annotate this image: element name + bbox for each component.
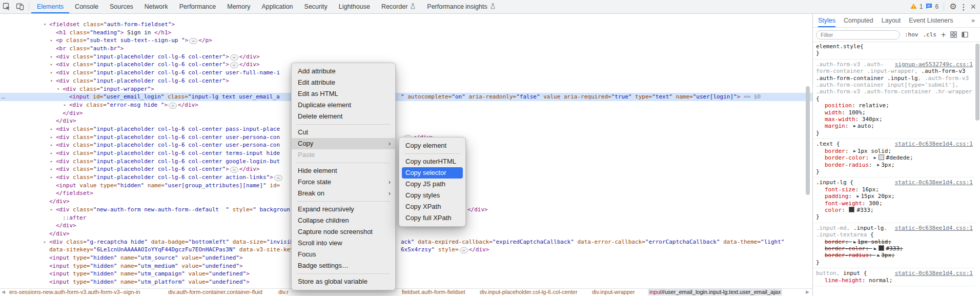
css-property[interactable]: margin: ▶auto;	[816, 123, 973, 129]
css-rule[interactable]: static-0c638ee1d4.css:1.input-lg {font-s…	[813, 177, 975, 223]
css-rule[interactable]: static-0c638ee1d4.css:1.input-md, .input…	[813, 223, 975, 268]
dom-tree-row[interactable]: </div>	[0, 230, 812, 238]
dom-tree-row[interactable]: ▸<div class="input-placeholder col-lg-6 …	[0, 61, 812, 69]
css-selector[interactable]: element.style{	[816, 43, 973, 50]
css-property[interactable]: border: ▶1px solid;	[816, 239, 973, 245]
menu-item-copy[interactable]: Copy›	[292, 138, 395, 149]
breadcrumb-item[interactable]: div.input-wrapper	[592, 289, 635, 295]
css-property[interactable]: border-color: ▶#333;	[816, 245, 973, 252]
css-property[interactable]: max-width: 340px;	[816, 116, 973, 123]
css-selector[interactable]: static-0c638ee1d4.css:1.input-lg {	[816, 179, 973, 186]
breadcrumb-item[interactable]: ers-sessions-new.auth-form-v3.auth-form-…	[9, 289, 140, 295]
expand-arrow-icon[interactable]: ▸	[64, 101, 69, 109]
dom-tree-row[interactable]: <h1 class="heading"> Sign in </h1>	[0, 29, 812, 37]
expand-arrow-icon[interactable]: ▸	[50, 61, 56, 69]
stylesheet-link[interactable]: static-0c638ee1d4.css:1	[895, 225, 973, 231]
stylesheet-link[interactable]: static-0c638ee1d4.css:1	[895, 270, 973, 277]
sidebar-tab-styles[interactable]: Styles	[818, 14, 835, 27]
menu-item-duplicate-element[interactable]: Duplicate element	[292, 100, 395, 111]
menu-item-force-state[interactable]: Force state›	[292, 176, 395, 188]
dom-tree-row[interactable]: <input type="hidden" name="utm_source" v…	[0, 254, 812, 262]
css-rule[interactable]: static-0c638ee1d4.css:1.text {border: ▶1…	[813, 139, 975, 177]
css-property[interactable]: border: ▶1px solid;	[816, 148, 973, 154]
close-devtools-icon[interactable]: ×	[970, 2, 976, 11]
css-rule[interactable]: element.style{}	[813, 42, 975, 60]
expand-arrow-icon[interactable]: ▸	[50, 173, 56, 182]
sidebar-tab-event-listeners[interactable]: Event Listeners	[909, 14, 953, 27]
dom-tree-row-selected[interactable]: …<input id="user_email_login" class="inp…	[0, 93, 812, 101]
tab-recorder[interactable]: Recorder	[376, 0, 421, 13]
css-property[interactable]: color: #333;	[816, 207, 973, 213]
menu-item-add-attribute[interactable]: Add attribute	[292, 66, 395, 77]
stylesheet-link[interactable]: signup-ae5532749c.css:1	[895, 61, 973, 68]
breadcrumb-item[interactable]: div.input-placeholder.col-lg-6.col-cente…	[480, 289, 578, 295]
tab-elements[interactable]: Elements	[31, 0, 69, 13]
dom-tree-row[interactable]: ▸<div class="input-placeholder col-lg-6 …	[0, 69, 812, 77]
menu-item-copy-full-xpath[interactable]: Copy full XPath	[399, 212, 465, 224]
dom-tree-row[interactable]: ▸<p class="sub-text sub-text--sign-up ">…	[0, 36, 812, 45]
expand-arrow-icon[interactable]: ▸	[50, 133, 56, 142]
expand-shorthand-icon[interactable]: ▶	[853, 124, 856, 128]
tab-performance-insights[interactable]: Performance insights	[421, 0, 501, 13]
breadcrumb-item[interactable]: div.r	[278, 289, 289, 295]
tab-performance[interactable]: Performance	[174, 0, 222, 13]
menu-item-edit-as-html[interactable]: Edit as HTML	[292, 88, 395, 100]
menu-item-hide-element[interactable]: Hide element	[292, 165, 395, 176]
css-property[interactable]: position: relative;	[816, 102, 973, 109]
row-options-dots-icon[interactable]: …	[2, 93, 5, 101]
css-property[interactable]: line-height: normal;	[816, 277, 973, 284]
menu-item-focus[interactable]: Focus	[292, 249, 395, 260]
more-tabs-icon[interactable]: »	[966, 14, 980, 27]
expand-arrow-icon[interactable]: ▸	[50, 157, 56, 166]
expand-arrow-icon[interactable]: ▸	[50, 53, 56, 61]
css-selector[interactable]: static-0c638ee1d4.css:1.input-md, .input…	[816, 225, 973, 239]
expand-shorthand-icon[interactable]: ▶	[874, 155, 876, 160]
expand-inline-icon[interactable]: …	[230, 54, 238, 61]
menu-item-copy-outerhtml[interactable]: Copy outerHTML	[399, 156, 465, 167]
menu-item-copy-styles[interactable]: Copy styles	[399, 190, 465, 201]
tab-lighthouse[interactable]: Lighthouse	[333, 0, 376, 13]
color-swatch[interactable]	[879, 245, 884, 251]
dom-tree-row[interactable]: </div>	[0, 109, 812, 117]
css-property[interactable]: width: 100%;	[816, 109, 973, 116]
styles-panel-scrollbar[interactable]	[975, 44, 979, 121]
tab-application[interactable]: Application	[256, 0, 298, 13]
breadcrumb-item-selected[interactable]: input#user_email_login.input-lg.text.use…	[648, 289, 782, 295]
dom-tree-row[interactable]: ▸<div class="error-msg hide ">…</div>	[0, 101, 812, 109]
expand-inline-icon[interactable]: …	[460, 247, 468, 253]
sidebar-tab-computed[interactable]: Computed	[844, 14, 873, 27]
settings-gear-icon[interactable]: ⚙	[949, 3, 956, 11]
menu-item-copy-xpath[interactable]: Copy XPath	[399, 201, 465, 212]
expand-inline-icon[interactable]: …	[189, 38, 197, 44]
color-swatch[interactable]	[879, 154, 884, 160]
toggle-class-button[interactable]: .cls	[923, 31, 937, 38]
messages-badge[interactable]: 6	[926, 3, 938, 11]
expand-arrow-icon[interactable]: ▸	[50, 36, 56, 45]
breadcrumb-item[interactable]: div.auth-form-container.container-fluid	[168, 289, 262, 295]
dom-tree-row[interactable]: ▸<div class="input-placeholder col-lg-6 …	[0, 125, 812, 133]
computed-styles-grid-icon[interactable]	[950, 31, 957, 38]
dom-tree-row[interactable]: <input type="hidden" name="utm_campaign"…	[0, 270, 812, 278]
expand-shorthand-icon[interactable]: ▶	[877, 253, 880, 258]
menu-item-break-on[interactable]: Break on›	[292, 188, 395, 199]
breadcrumb-item[interactable]: fieldset.auth-form-fieldset	[402, 289, 465, 295]
device-toolbar-icon[interactable]	[13, 0, 27, 13]
kebab-menu-icon[interactable]: ⋮	[959, 3, 967, 11]
inspect-icon[interactable]	[0, 0, 13, 13]
menu-item-copy-js-path[interactable]: Copy JS path	[399, 179, 465, 190]
css-property[interactable]: border-radius: ▶3px;	[816, 162, 973, 168]
css-rule[interactable]: static-0c638ee1d4.css:1button, input {li…	[813, 268, 975, 286]
expand-shorthand-icon[interactable]: ▶	[877, 163, 880, 167]
css-rule[interactable]: signup-ae5532749c.css:1.auth-form-v3 .au…	[813, 60, 975, 139]
color-swatch[interactable]	[849, 207, 854, 212]
collapse-arrow-icon[interactable]: ▾	[44, 21, 49, 29]
css-selector[interactable]: static-0c638ee1d4.css:1button, input {	[816, 270, 973, 277]
css-property[interactable]: border-radius: ▶3px;	[816, 252, 973, 259]
dom-panel-scrollbar[interactable]	[806, 86, 810, 195]
stylesheet-link[interactable]: static-0c638ee1d4.css:1	[895, 179, 973, 186]
dom-tree-row[interactable]: ▸<div class="g-recaptcha hide" data-badg…	[0, 238, 812, 246]
dom-tree-row[interactable]: <input type="hidden" name="utm_medium" v…	[0, 262, 812, 270]
dom-tree-row[interactable]: </div>	[0, 117, 812, 125]
dom-tree-row[interactable]: ▸<div class="input-placeholder col-lg-6 …	[0, 53, 812, 61]
expand-arrow-icon[interactable]: ▸	[44, 238, 49, 246]
